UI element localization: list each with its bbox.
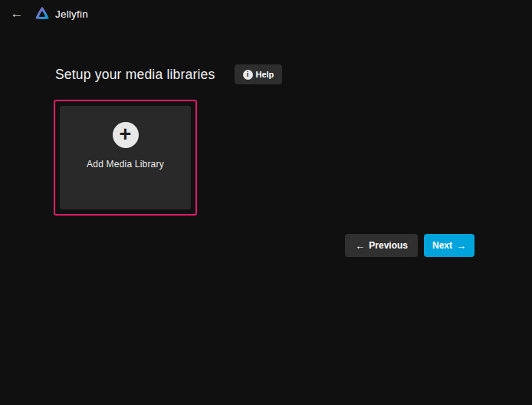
help-button[interactable]: i Help (235, 64, 283, 84)
previous-button-label: Previous (369, 240, 408, 251)
plus-icon: + (113, 122, 139, 148)
card-focus-ring: + Add Media Library (54, 100, 197, 216)
page-title: Setup your media libraries (55, 67, 215, 83)
heading-row: Setup your media libraries i Help (55, 64, 475, 85)
next-button[interactable]: Next → (424, 234, 475, 257)
left-arrow-icon: ← (355, 240, 365, 252)
top-bar: ← Jellyfin (0, 0, 532, 28)
app-logo: Jellyfin (34, 5, 88, 22)
wizard-content: Setup your media libraries i Help + Add … (0, 64, 532, 257)
info-icon: i (243, 70, 253, 80)
help-button-label: Help (256, 70, 274, 79)
previous-button[interactable]: ← Previous (345, 234, 418, 257)
right-arrow-icon: → (456, 240, 466, 252)
app-title: Jellyfin (55, 8, 88, 20)
add-media-library-card[interactable]: + Add Media Library (60, 106, 191, 209)
back-button[interactable]: ← (8, 5, 26, 23)
next-button-label: Next (432, 240, 452, 251)
back-arrow-icon: ← (11, 6, 24, 21)
wizard-nav: ← Previous Next → (55, 234, 475, 257)
jellyfin-logo-icon (34, 5, 51, 22)
add-card-label: Add Media Library (87, 159, 164, 170)
